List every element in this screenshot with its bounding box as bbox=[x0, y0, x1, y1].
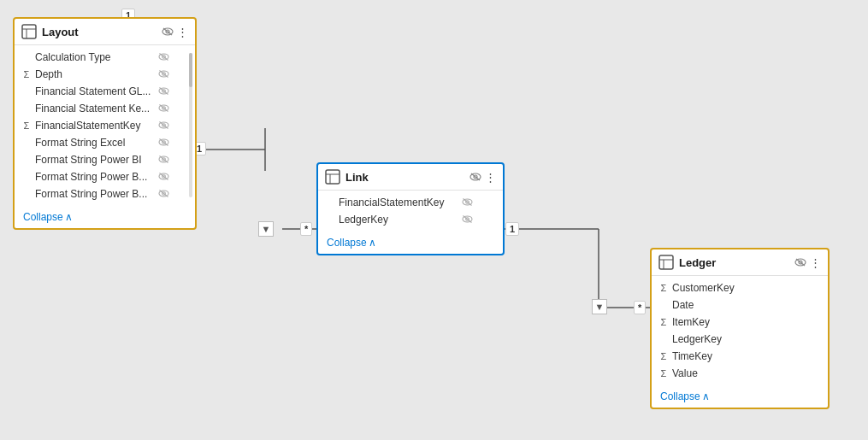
link-header-icons: ⋮ bbox=[469, 171, 496, 184]
badge-ledger-star: * bbox=[634, 301, 646, 314]
link-table-icon bbox=[325, 169, 340, 185]
ledger-table-body: Σ CustomerKey Date Σ ItemKey LedgerKey Σ… bbox=[652, 276, 828, 385]
link-more-icon[interactable]: ⋮ bbox=[485, 171, 496, 184]
badge-link-right-1: 1 bbox=[505, 222, 519, 236]
layout-header-icons: ⋮ bbox=[162, 26, 188, 38]
table-row: FinancialStatementKey bbox=[318, 194, 503, 211]
layout-collapse-button[interactable]: Collapse ∧ bbox=[23, 211, 186, 223]
layout-scrollbar-thumb[interactable] bbox=[189, 53, 192, 87]
link-eye-icon[interactable] bbox=[469, 171, 481, 184]
table-row: Σ ItemKey bbox=[652, 314, 828, 331]
link-collapse-button[interactable]: Collapse ∧ bbox=[327, 237, 494, 249]
table-row: LedgerKey bbox=[652, 331, 828, 348]
svg-rect-6 bbox=[22, 25, 36, 38]
link-table-footer: Collapse ∧ bbox=[318, 232, 503, 254]
table-row: Σ FinancialStatementKey bbox=[15, 117, 195, 134]
ledger-more-icon[interactable]: ⋮ bbox=[810, 256, 821, 269]
layout-eye-icon[interactable] bbox=[162, 26, 174, 38]
badge-link-star: * bbox=[300, 222, 312, 236]
layout-table: Layout ⋮ Calculation Type bbox=[13, 17, 197, 230]
layout-table-body: Calculation Type Σ Depth bbox=[15, 45, 195, 206]
connector-arrow-link-ledger: ▼ bbox=[592, 299, 607, 314]
table-row: LedgerKey bbox=[318, 211, 503, 228]
table-row: Format String Power B... bbox=[15, 168, 195, 185]
link-table-title: Link bbox=[345, 171, 464, 184]
table-row: Σ Depth bbox=[15, 66, 195, 83]
table-row: Σ TimeKey bbox=[652, 348, 828, 365]
table-row: Σ Value bbox=[652, 365, 828, 382]
table-row: Date bbox=[652, 296, 828, 314]
ledger-table-icon bbox=[658, 255, 674, 270]
ledger-eye-icon[interactable] bbox=[794, 256, 806, 269]
ledger-header-icons: ⋮ bbox=[794, 256, 821, 269]
link-table-body: FinancialStatementKey LedgerKey bbox=[318, 191, 503, 232]
table-row: Financial Statement GL... bbox=[15, 83, 195, 100]
layout-scrollbar[interactable] bbox=[189, 53, 192, 197]
table-row: Financial Statement Ke... bbox=[15, 100, 195, 117]
link-table: Link ⋮ FinancialStatementKey bbox=[316, 162, 505, 255]
diagram-canvas: 1 1 ▼ * 1 ▼ * Layout bbox=[0, 0, 868, 440]
svg-rect-39 bbox=[326, 170, 340, 184]
ledger-collapse-button[interactable]: Collapse ∧ bbox=[660, 390, 819, 402]
ledger-table-title: Ledger bbox=[679, 256, 789, 269]
connector-arrow-layout-link: ▼ bbox=[258, 221, 274, 237]
table-row: Σ CustomerKey bbox=[652, 279, 828, 296]
svg-rect-51 bbox=[659, 255, 673, 269]
layout-table-icon bbox=[21, 24, 37, 39]
layout-table-title: Layout bbox=[42, 26, 156, 38]
link-table-header: Link ⋮ bbox=[318, 164, 503, 191]
table-row: Format String Excel bbox=[15, 134, 195, 151]
ledger-table: Ledger ⋮ Σ CustomerKey Date bbox=[650, 248, 830, 409]
layout-table-footer: Collapse ∧ bbox=[15, 206, 195, 228]
ledger-table-footer: Collapse ∧ bbox=[652, 385, 828, 408]
layout-more-icon[interactable]: ⋮ bbox=[177, 26, 188, 38]
table-row: Format String Power B... bbox=[15, 185, 195, 202]
table-row: Calculation Type bbox=[15, 49, 195, 66]
layout-table-header: Layout ⋮ bbox=[15, 19, 195, 45]
ledger-table-header: Ledger ⋮ bbox=[652, 249, 828, 276]
table-row: Format String Power BI bbox=[15, 151, 195, 168]
